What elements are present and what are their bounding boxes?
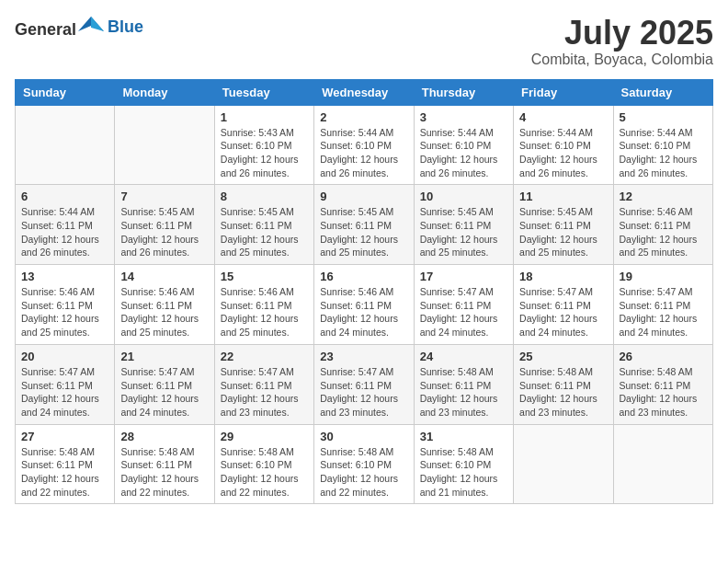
calendar-cell: 25Sunrise: 5:48 AMSunset: 6:11 PMDayligh… xyxy=(514,344,613,424)
calendar-cell: 5Sunrise: 5:44 AMSunset: 6:10 PMDaylight… xyxy=(613,105,712,185)
day-number: 26 xyxy=(620,350,707,363)
day-detail: Sunrise: 5:47 AMSunset: 6:11 PMDaylight:… xyxy=(21,365,108,419)
day-number: 3 xyxy=(420,110,507,124)
week-row-4: 20Sunrise: 5:47 AMSunset: 6:11 PMDayligh… xyxy=(16,344,713,424)
day-number: 30 xyxy=(320,430,407,443)
calendar-cell: 22Sunrise: 5:47 AMSunset: 6:11 PMDayligh… xyxy=(214,344,313,424)
day-number: 28 xyxy=(120,430,208,443)
calendar-cell: 24Sunrise: 5:48 AMSunset: 6:11 PMDayligh… xyxy=(414,344,513,424)
page-header: General Blue July 2025 Combita, Boyaca, … xyxy=(15,15,713,68)
calendar-cell: 15Sunrise: 5:46 AMSunset: 6:11 PMDayligh… xyxy=(214,265,313,345)
day-detail: Sunrise: 5:47 AMSunset: 6:11 PMDaylight:… xyxy=(221,365,308,419)
day-number: 1 xyxy=(221,110,308,124)
day-number: 8 xyxy=(221,190,308,203)
calendar-cell: 26Sunrise: 5:48 AMSunset: 6:11 PMDayligh… xyxy=(613,344,712,424)
calendar-cell xyxy=(16,105,115,185)
day-detail: Sunrise: 5:48 AMSunset: 6:11 PMDaylight:… xyxy=(620,365,707,419)
logo: General Blue xyxy=(15,15,143,40)
day-detail: Sunrise: 5:47 AMSunset: 6:11 PMDaylight:… xyxy=(120,365,208,419)
logo-blue-text: Blue xyxy=(108,17,143,36)
day-number: 22 xyxy=(221,350,308,363)
day-detail: Sunrise: 5:47 AMSunset: 6:11 PMDaylight:… xyxy=(420,285,507,339)
day-number: 16 xyxy=(320,270,407,283)
calendar-cell: 18Sunrise: 5:47 AMSunset: 6:11 PMDayligh… xyxy=(514,265,613,345)
day-detail: Sunrise: 5:44 AMSunset: 6:10 PMDaylight:… xyxy=(620,126,707,180)
day-number: 7 xyxy=(120,190,208,203)
month-title: July 2025 xyxy=(531,15,713,52)
day-number: 13 xyxy=(21,270,108,283)
day-number: 14 xyxy=(120,270,208,283)
calendar-cell: 12Sunrise: 5:46 AMSunset: 6:11 PMDayligh… xyxy=(613,185,712,265)
day-number: 25 xyxy=(519,350,607,363)
calendar-cell: 27Sunrise: 5:48 AMSunset: 6:11 PMDayligh… xyxy=(16,424,115,504)
logo-blue: Blue xyxy=(108,17,143,37)
day-detail: Sunrise: 5:46 AMSunset: 6:11 PMDaylight:… xyxy=(120,285,208,339)
day-detail: Sunrise: 5:48 AMSunset: 6:11 PMDaylight:… xyxy=(519,365,607,419)
title-area: July 2025 Combita, Boyaca, Colombia xyxy=(531,15,713,68)
day-number: 27 xyxy=(21,430,108,443)
day-detail: Sunrise: 5:43 AMSunset: 6:10 PMDaylight:… xyxy=(221,126,308,180)
week-row-1: 1Sunrise: 5:43 AMSunset: 6:10 PMDaylight… xyxy=(16,105,713,185)
day-detail: Sunrise: 5:48 AMSunset: 6:10 PMDaylight:… xyxy=(320,445,407,500)
week-row-2: 6Sunrise: 5:44 AMSunset: 6:11 PMDaylight… xyxy=(16,185,713,265)
calendar-cell: 9Sunrise: 5:45 AMSunset: 6:11 PMDaylight… xyxy=(314,185,414,265)
calendar-cell: 2Sunrise: 5:44 AMSunset: 6:10 PMDaylight… xyxy=(314,105,414,185)
logo-text: General xyxy=(15,15,104,40)
calendar-cell: 7Sunrise: 5:45 AMSunset: 6:11 PMDaylight… xyxy=(115,185,214,265)
calendar-cell: 20Sunrise: 5:47 AMSunset: 6:11 PMDayligh… xyxy=(16,344,115,424)
calendar-cell: 30Sunrise: 5:48 AMSunset: 6:10 PMDayligh… xyxy=(314,424,414,504)
day-detail: Sunrise: 5:46 AMSunset: 6:11 PMDaylight:… xyxy=(620,205,707,259)
day-number: 19 xyxy=(620,270,707,283)
location-title: Combita, Boyaca, Colombia xyxy=(531,52,713,68)
day-number: 2 xyxy=(320,110,407,124)
day-detail: Sunrise: 5:48 AMSunset: 6:11 PMDaylight:… xyxy=(21,445,108,500)
day-number: 9 xyxy=(320,190,407,203)
day-detail: Sunrise: 5:47 AMSunset: 6:11 PMDaylight:… xyxy=(320,365,407,419)
calendar-cell: 19Sunrise: 5:47 AMSunset: 6:11 PMDayligh… xyxy=(613,265,712,345)
calendar-cell: 29Sunrise: 5:48 AMSunset: 6:10 PMDayligh… xyxy=(214,424,313,504)
day-detail: Sunrise: 5:48 AMSunset: 6:10 PMDaylight:… xyxy=(221,445,308,500)
day-detail: Sunrise: 5:47 AMSunset: 6:11 PMDaylight:… xyxy=(620,285,707,339)
week-row-5: 27Sunrise: 5:48 AMSunset: 6:11 PMDayligh… xyxy=(16,424,713,504)
weekday-header-row: SundayMondayTuesdayWednesdayThursdayFrid… xyxy=(16,79,713,105)
day-number: 11 xyxy=(519,190,607,203)
svg-marker-1 xyxy=(91,17,104,31)
weekday-header-wednesday: Wednesday xyxy=(314,79,414,105)
day-detail: Sunrise: 5:45 AMSunset: 6:11 PMDaylight:… xyxy=(221,205,308,259)
weekday-header-sunday: Sunday xyxy=(16,79,115,105)
day-detail: Sunrise: 5:44 AMSunset: 6:10 PMDaylight:… xyxy=(320,126,407,180)
day-detail: Sunrise: 5:46 AMSunset: 6:11 PMDaylight:… xyxy=(221,285,308,339)
weekday-header-saturday: Saturday xyxy=(613,79,712,105)
week-row-3: 13Sunrise: 5:46 AMSunset: 6:11 PMDayligh… xyxy=(16,265,713,345)
day-detail: Sunrise: 5:46 AMSunset: 6:11 PMDaylight:… xyxy=(21,285,108,339)
day-detail: Sunrise: 5:45 AMSunset: 6:11 PMDaylight:… xyxy=(320,205,407,259)
weekday-header-tuesday: Tuesday xyxy=(214,79,313,105)
day-number: 24 xyxy=(420,350,507,363)
calendar-cell: 10Sunrise: 5:45 AMSunset: 6:11 PMDayligh… xyxy=(414,185,513,265)
day-number: 31 xyxy=(420,430,507,443)
calendar-cell: 31Sunrise: 5:48 AMSunset: 6:10 PMDayligh… xyxy=(414,424,513,504)
day-detail: Sunrise: 5:47 AMSunset: 6:11 PMDaylight:… xyxy=(519,285,607,339)
day-detail: Sunrise: 5:48 AMSunset: 6:11 PMDaylight:… xyxy=(420,365,507,419)
calendar-cell: 23Sunrise: 5:47 AMSunset: 6:11 PMDayligh… xyxy=(314,344,414,424)
day-number: 20 xyxy=(21,350,108,363)
day-detail: Sunrise: 5:48 AMSunset: 6:11 PMDaylight:… xyxy=(120,445,208,500)
day-detail: Sunrise: 5:44 AMSunset: 6:10 PMDaylight:… xyxy=(420,126,507,180)
logo-general: General xyxy=(15,20,76,39)
calendar-cell: 3Sunrise: 5:44 AMSunset: 6:10 PMDaylight… xyxy=(414,105,513,185)
day-number: 15 xyxy=(221,270,308,283)
day-number: 10 xyxy=(420,190,507,203)
logo-bird-icon xyxy=(78,15,104,35)
day-detail: Sunrise: 5:45 AMSunset: 6:11 PMDaylight:… xyxy=(120,205,208,259)
day-detail: Sunrise: 5:44 AMSunset: 6:10 PMDaylight:… xyxy=(519,126,607,180)
calendar-cell: 21Sunrise: 5:47 AMSunset: 6:11 PMDayligh… xyxy=(115,344,214,424)
weekday-header-thursday: Thursday xyxy=(414,79,513,105)
calendar-cell: 8Sunrise: 5:45 AMSunset: 6:11 PMDaylight… xyxy=(214,185,313,265)
calendar-cell: 17Sunrise: 5:47 AMSunset: 6:11 PMDayligh… xyxy=(414,265,513,345)
calendar-table: SundayMondayTuesdayWednesdayThursdayFrid… xyxy=(15,79,713,505)
calendar-cell xyxy=(514,424,613,504)
calendar-cell: 28Sunrise: 5:48 AMSunset: 6:11 PMDayligh… xyxy=(115,424,214,504)
day-number: 17 xyxy=(420,270,507,283)
day-number: 4 xyxy=(519,110,607,124)
calendar-cell: 6Sunrise: 5:44 AMSunset: 6:11 PMDaylight… xyxy=(16,185,115,265)
